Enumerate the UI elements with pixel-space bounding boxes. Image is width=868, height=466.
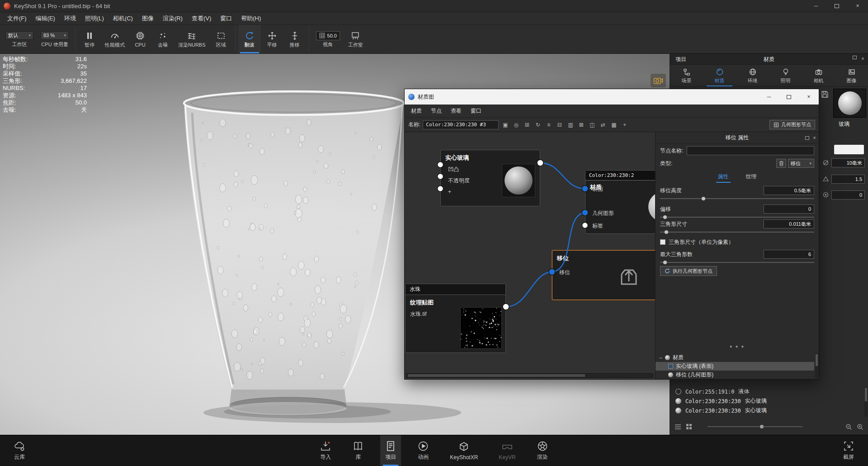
- menu-environment[interactable]: 环境: [60, 12, 80, 24]
- graph-menu-view[interactable]: 查看: [446, 105, 466, 117]
- graph-menu-node[interactable]: 节点: [426, 105, 446, 117]
- pause-button[interactable]: 暂停: [78, 25, 101, 53]
- offset-input[interactable]: 0: [764, 204, 814, 214]
- material-preview[interactable]: [833, 89, 866, 118]
- render-button[interactable]: 渲染: [532, 435, 553, 466]
- menu-file[interactable]: 文件(F): [3, 12, 31, 24]
- add-icon[interactable]: +: [620, 120, 629, 129]
- node-name-input[interactable]: [687, 146, 814, 155]
- save-icon[interactable]: ▣: [501, 120, 509, 129]
- material-field-1[interactable]: 10毫米: [831, 158, 865, 167]
- pan-button[interactable]: 平移: [261, 25, 283, 53]
- max-triangles-input[interactable]: 6: [764, 250, 814, 259]
- thumbnail-size-slider[interactable]: [708, 425, 802, 428]
- camera-lock-button[interactable]: [651, 74, 666, 87]
- fov-input[interactable]: 50.0: [316, 31, 340, 40]
- studio-button[interactable]: 工作室: [344, 25, 367, 53]
- zoom-out-icon[interactable]: [845, 423, 852, 430]
- tree-scrollbar[interactable]: [815, 353, 818, 378]
- zoom-in-icon[interactable]: [857, 423, 863, 430]
- delete-icon[interactable]: ⊠: [577, 120, 585, 129]
- panel-splitter[interactable]: ● ● ●: [656, 344, 819, 349]
- keyshotxr-button[interactable]: KeyShotXR: [445, 435, 482, 466]
- displace-height-slider[interactable]: [660, 197, 814, 200]
- graph-window-titlebar[interactable]: 材质图 ─ ×: [405, 89, 819, 105]
- execute-geometry-button[interactable]: 执行几何图形节点: [660, 266, 717, 276]
- triangle-size-slider[interactable]: [660, 230, 814, 234]
- tab-camera[interactable]: 相机: [802, 66, 835, 86]
- menu-render[interactable]: 渲染(R): [158, 12, 187, 24]
- align-icon[interactable]: ≡: [544, 120, 553, 129]
- tree-item-surface[interactable]: 实心玻璃 (表面): [656, 362, 814, 371]
- node-material-color[interactable]: Color:230:230:2 材质 表面 几何图形 标签: [585, 170, 656, 234]
- tab-material[interactable]: 材质: [703, 66, 736, 86]
- tab-texture[interactable]: 纹理: [744, 172, 759, 183]
- collapse-expander-icon[interactable]: −: [659, 355, 662, 361]
- graph-menu-window[interactable]: 窗口: [466, 105, 486, 117]
- project-button[interactable]: 项目: [380, 435, 401, 466]
- tab-image[interactable]: 图像: [835, 66, 868, 86]
- canvas-horizontal-scrollbar[interactable]: [406, 373, 653, 378]
- triangle-size-input[interactable]: 0.011毫米: [764, 219, 814, 228]
- close-panel-icon[interactable]: ×: [813, 135, 816, 141]
- menu-view[interactable]: 查看(V): [187, 12, 216, 24]
- save-material-button[interactable]: [821, 90, 829, 100]
- graph-maximize-button[interactable]: [779, 89, 799, 105]
- tree-item-displace[interactable]: 移位 (几何图形): [656, 371, 814, 379]
- animation-button[interactable]: 动画: [413, 435, 434, 466]
- grid-view-icon[interactable]: [686, 423, 692, 430]
- dolly-button[interactable]: 推移: [283, 25, 306, 53]
- performance-mode-button[interactable]: 性能模式: [101, 25, 129, 53]
- float-panel-icon[interactable]: [853, 56, 857, 59]
- material-field-2[interactable]: 1.5: [831, 175, 865, 184]
- menu-edit[interactable]: 编辑(E): [31, 12, 60, 24]
- cpu-usage-select[interactable]: 83 % ▾: [41, 31, 69, 40]
- tree-root-row[interactable]: − 材质: [656, 353, 814, 362]
- split-view-icon[interactable]: ◫: [588, 120, 596, 129]
- refresh-icon[interactable]: ↻: [533, 120, 542, 129]
- offset-slider[interactable]: [660, 215, 814, 219]
- denoise-button[interactable]: 去噪: [151, 25, 174, 53]
- material-name-input[interactable]: Color:230:230:230 #3: [423, 120, 499, 129]
- displace-height-input[interactable]: 0.5毫米: [764, 186, 814, 195]
- close-button[interactable]: ×: [847, 0, 868, 12]
- duplicate-icon[interactable]: ▥: [566, 120, 575, 129]
- render-nurbs-button[interactable]: 渲染NURBS: [174, 25, 210, 53]
- node-displace[interactable]: 移位 移位: [552, 250, 656, 300]
- collapse-icon[interactable]: ⊟: [555, 120, 564, 129]
- menu-image[interactable]: 图像: [137, 12, 158, 24]
- node-graph-canvas[interactable]: 实心玻璃 凹凸 不透明度 + Color:230:230:2 材质 表面 几何图…: [405, 132, 656, 379]
- material-list-item[interactable]: Color:255:191:0 液体: [670, 387, 868, 396]
- keyvr-button[interactable]: KeyVR: [494, 435, 520, 466]
- close-panel-icon[interactable]: ×: [861, 56, 864, 62]
- node-solid-glass[interactable]: 实心玻璃 凹凸 不透明度 +: [440, 150, 540, 206]
- library-button[interactable]: 库: [348, 435, 368, 466]
- triangle-pixel-checkbox[interactable]: [660, 239, 665, 245]
- list-view-icon[interactable]: [675, 424, 681, 430]
- material-field-3[interactable]: 0: [831, 190, 865, 200]
- float-panel-icon[interactable]: [805, 136, 809, 140]
- tab-environment[interactable]: 环境: [736, 66, 769, 86]
- tab-scene[interactable]: 场景: [670, 66, 703, 86]
- tab-lighting[interactable]: 照明: [769, 66, 802, 86]
- add-node-icon[interactable]: ⊞: [523, 120, 531, 129]
- delete-node-button[interactable]: [776, 159, 786, 168]
- import-button[interactable]: 导入: [315, 435, 336, 466]
- geometry-node-button[interactable]: 几何图形节点: [769, 120, 815, 129]
- color-swatch[interactable]: [834, 145, 864, 154]
- preview-sphere-icon[interactable]: ◎: [512, 120, 520, 129]
- graph-menu-material[interactable]: 材质: [406, 105, 426, 117]
- list-scrollbar[interactable]: [864, 387, 868, 417]
- cpu-button[interactable]: CPU: [129, 25, 151, 53]
- menu-camera[interactable]: 相机(C): [108, 12, 137, 24]
- max-triangles-slider[interactable]: [660, 261, 814, 264]
- material-list-item[interactable]: Color:230:230:230 实心玻璃: [670, 406, 868, 415]
- workspace-select[interactable]: 默认 ▾: [5, 31, 33, 40]
- screenshot-button[interactable]: 截屏: [838, 435, 859, 466]
- menu-lighting[interactable]: 照明(L): [80, 12, 108, 24]
- graph-close-button[interactable]: ×: [799, 89, 819, 105]
- material-list-item[interactable]: Color:230:230:230 实心玻璃: [670, 396, 868, 406]
- thumbnails-icon[interactable]: ▦: [609, 120, 618, 129]
- minimize-button[interactable]: ─: [806, 0, 826, 12]
- tab-attributes[interactable]: 属性: [716, 172, 731, 183]
